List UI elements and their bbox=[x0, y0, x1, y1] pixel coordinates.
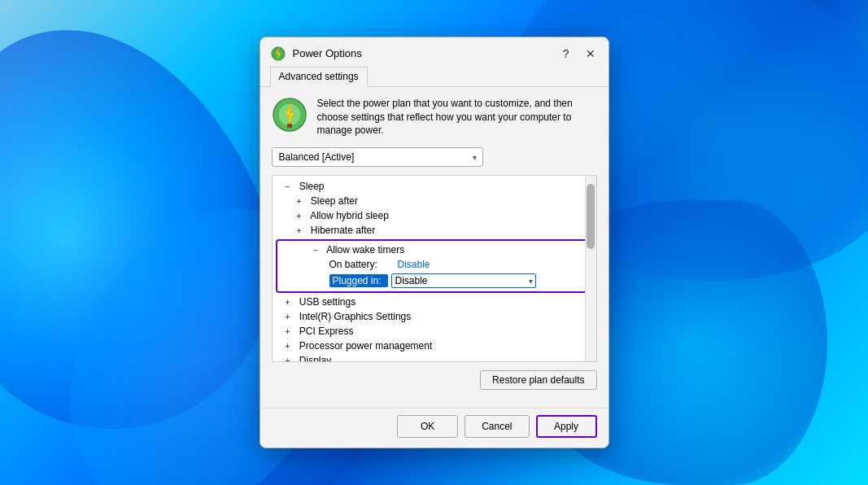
plugged-in-dropdown-wrapper: Disable Enable Important Wake Timers Onl… bbox=[391, 273, 536, 288]
tree-item-sleep[interactable]: − Sleep bbox=[273, 179, 596, 194]
wake-timers-section: − Allow wake timers On battery: Disable … bbox=[276, 239, 593, 293]
cancel-button[interactable]: Cancel bbox=[465, 415, 529, 438]
plugged-in-row: Plugged in: Disable Enable Important Wak… bbox=[277, 272, 591, 290]
display-label: Display bbox=[299, 355, 331, 362]
dialog-title: Power Options bbox=[293, 47, 362, 59]
hibernate-label: Hibernate after bbox=[311, 225, 375, 236]
restore-plan-defaults-button[interactable]: Restore plan defaults bbox=[480, 370, 596, 390]
on-battery-value: Disable bbox=[398, 259, 430, 270]
svg-rect-3 bbox=[287, 124, 290, 128]
title-bar-controls: ? ✕ bbox=[560, 46, 599, 62]
settings-tree-container[interactable]: − Sleep + Sleep after + Allow hybrid sle… bbox=[272, 175, 597, 362]
pci-label: PCI Express bbox=[299, 326, 354, 337]
processor-expand-icon: + bbox=[286, 342, 297, 351]
dialog-body: Select the power plan that you want to c… bbox=[260, 87, 608, 408]
tree-item-sleep-after[interactable]: + Sleep after bbox=[273, 194, 596, 208]
power-options-dialog: Power Options ? ✕ Advanced settings bbox=[260, 37, 609, 448]
on-battery-row: On battery: Disable bbox=[277, 257, 591, 272]
ok-button[interactable]: OK bbox=[397, 415, 458, 438]
processor-label: Processor power management bbox=[299, 340, 432, 352]
title-bar-left: Power Options bbox=[270, 46, 362, 62]
on-battery-label: On battery: bbox=[329, 259, 395, 270]
title-bar: Power Options ? ✕ bbox=[260, 37, 608, 62]
tree-item-display[interactable]: + Display bbox=[273, 353, 596, 362]
plan-select[interactable]: Balanced [Active] Power saver High perfo… bbox=[272, 147, 483, 167]
power-plan-icon bbox=[272, 97, 308, 133]
usb-expand-icon: + bbox=[286, 298, 297, 307]
tree-item-pci[interactable]: + PCI Express bbox=[273, 324, 596, 339]
advanced-settings-tab[interactable]: Advanced settings bbox=[270, 67, 368, 87]
display-expand-icon: + bbox=[286, 356, 297, 362]
wake-timers-item[interactable]: − Allow wake timers bbox=[277, 242, 591, 257]
dialog-overlay: Power Options ? ✕ Advanced settings bbox=[0, 0, 868, 485]
plugged-in-label: Plugged in: bbox=[329, 274, 388, 287]
intro-section: Select the power plan that you want to c… bbox=[272, 97, 597, 138]
settings-list: − Sleep + Sleep after + Allow hybrid sle… bbox=[273, 176, 596, 362]
plan-select-container: Balanced [Active] Power saver High perfo… bbox=[272, 147, 483, 167]
intro-description: Select the power plan that you want to c… bbox=[317, 97, 597, 138]
power-options-icon bbox=[270, 46, 286, 62]
intel-label: Intel(R) Graphics Settings bbox=[299, 311, 411, 322]
intel-expand-icon: + bbox=[286, 312, 297, 321]
usb-label: USB settings bbox=[299, 296, 355, 308]
help-button[interactable]: ? bbox=[560, 46, 573, 62]
close-button[interactable]: ✕ bbox=[582, 46, 599, 62]
hybrid-sleep-expand-icon: + bbox=[297, 212, 308, 221]
tree-item-hibernate[interactable]: + Hibernate after bbox=[273, 223, 596, 238]
tree-item-intel-graphics[interactable]: + Intel(R) Graphics Settings bbox=[273, 309, 596, 324]
power-icon-wrap bbox=[272, 97, 308, 135]
tree-item-usb[interactable]: + USB settings bbox=[273, 295, 596, 309]
svg-rect-4 bbox=[290, 124, 292, 128]
dialog-footer: OK Cancel Apply bbox=[260, 408, 608, 448]
sleep-label: Sleep bbox=[299, 181, 325, 192]
tree-item-processor[interactable]: + Processor power management bbox=[273, 339, 596, 353]
pci-expand-icon: + bbox=[286, 327, 297, 336]
tab-bar: Advanced settings bbox=[260, 62, 608, 87]
wake-timers-expand-icon: − bbox=[313, 246, 325, 255]
sleep-after-expand-icon: + bbox=[297, 197, 308, 206]
sleep-expand-icon: − bbox=[286, 182, 297, 191]
hibernate-expand-icon: + bbox=[297, 226, 308, 235]
scrollbar-thumb[interactable] bbox=[587, 184, 595, 249]
sleep-after-label: Sleep after bbox=[311, 195, 358, 207]
apply-button[interactable]: Apply bbox=[536, 415, 597, 438]
plugged-in-select[interactable]: Disable Enable Important Wake Timers Onl… bbox=[391, 273, 536, 288]
restore-btn-row: Restore plan defaults bbox=[272, 370, 597, 390]
scrollbar-track[interactable] bbox=[585, 176, 596, 361]
hybrid-sleep-label: Allow hybrid sleep bbox=[310, 210, 389, 221]
wake-timers-label: Allow wake timers bbox=[326, 244, 404, 256]
tree-item-hybrid-sleep[interactable]: + Allow hybrid sleep bbox=[273, 208, 596, 223]
plan-select-wrapper: Balanced [Active] Power saver High perfo… bbox=[272, 147, 597, 167]
